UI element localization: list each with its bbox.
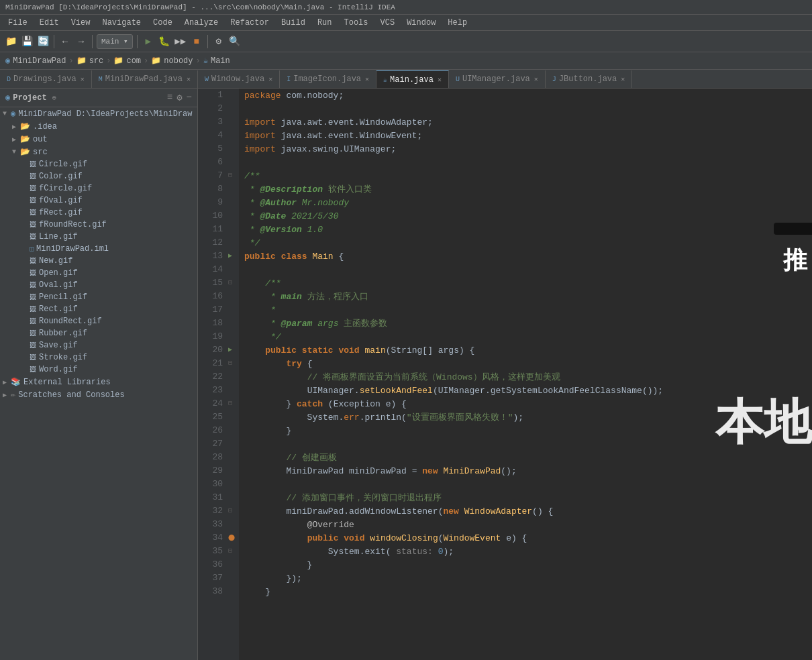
tab-imageicon-label: ImageIcon.java <box>293 74 361 84</box>
sidebar-item-stroke-gif[interactable]: ▶ 🖼 Stroke.gif <box>0 351 197 364</box>
code-line-1: package com.nobody; <box>244 89 807 102</box>
code-line-35: System.exit( status: 0); <box>244 545 807 558</box>
code-area[interactable]: 1 2 3 4 5 6 7 8 9 10 11 12 13 14 15 16 1… <box>198 89 812 660</box>
breadcrumb-project-icon: ◉ <box>5 56 10 66</box>
toolbar-debug-icon[interactable]: 🐛 <box>158 35 171 48</box>
sidebar-item-rect-gif[interactable]: ▶ 🖼 Rect.gif <box>0 303 197 315</box>
menu-build[interactable]: Build <box>276 17 311 29</box>
toolbar-save-icon[interactable]: 💾 <box>20 35 34 48</box>
tab-minidrawpad[interactable]: M MiniDrawPad.java ✕ <box>92 70 198 88</box>
toolbar-forward-icon[interactable]: → <box>74 35 88 48</box>
menu-refactor[interactable]: Refactor <box>225 17 274 29</box>
tab-uimanager[interactable]: U UIManager.java ✕ <box>449 70 546 88</box>
breadcrumb-main[interactable]: Main <box>211 56 230 66</box>
sidebar-icon-settings[interactable]: ⚙ <box>176 92 182 103</box>
code-line-13: public class Main { <box>244 250 807 263</box>
sidebar-icon-hide[interactable]: − <box>187 92 192 103</box>
folder-icon-out: 📂 <box>20 134 30 144</box>
tab-jbutton[interactable]: J JButton.java ✕ <box>546 70 632 88</box>
toolbar-back-icon[interactable]: ← <box>58 35 72 48</box>
tab-jbutton-close[interactable]: ✕ <box>621 75 625 83</box>
code-line-38: } <box>244 585 807 598</box>
file-icon-open: 🖼 <box>30 269 36 277</box>
sidebar-item-roundrect-gif[interactable]: ▶ 🖼 RoundRect.gif <box>0 315 197 327</box>
breadcrumb-src[interactable]: src <box>89 56 104 66</box>
menu-file[interactable]: File <box>3 17 33 29</box>
toolbar-refresh-icon[interactable]: 🔄 <box>36 35 50 48</box>
sidebar-item-rubber-gif[interactable]: ▶ 🖼 Rubber.gif <box>0 327 197 339</box>
toolbar-run-icon[interactable]: ▶ <box>142 35 155 48</box>
breadcrumb-com[interactable]: com <box>126 56 141 66</box>
menu-vcs[interactable]: VCS <box>375 17 401 29</box>
toolbar-run2-icon[interactable]: ▶▶ <box>174 35 187 48</box>
sidebar-item-src[interactable]: ▼ 📂 src <box>0 146 197 158</box>
tab-main[interactable]: ☕ Main.java ✕ <box>376 70 449 88</box>
sidebar-item-save-gif[interactable]: ▶ 🖼 Save.gif <box>0 339 197 351</box>
toolbar-stop-icon[interactable]: ■ <box>190 35 203 48</box>
titlebar: MiniDrawPad [D:\IdeaProjects\MiniDrawPad… <box>0 0 812 15</box>
toolbar-open-icon[interactable]: 📁 <box>4 35 17 48</box>
menu-run[interactable]: Run <box>312 17 338 29</box>
sidebar-item-scratches[interactable]: ▶ ✏ Scratches and Consoles <box>0 388 197 401</box>
menu-window[interactable]: Window <box>401 17 441 29</box>
toolbar-sep4 <box>207 35 208 48</box>
sidebar-label-oval: Oval.gif <box>39 280 78 290</box>
menu-edit[interactable]: Edit <box>34 17 64 29</box>
sidebar-label-root: MiniDrawPad D:\IdeaProjects\MiniDraw <box>18 109 192 119</box>
tree-arrow-out: ▶ <box>12 135 19 144</box>
menu-analyze[interactable]: Analyze <box>179 17 223 29</box>
sidebar-item-minidrawpad-root[interactable]: ▼ ◉ MiniDrawPad D:\IdeaProjects\MiniDraw <box>0 107 197 120</box>
code-line-21: try { <box>244 357 807 370</box>
tab-main-close[interactable]: ✕ <box>438 76 442 84</box>
sidebar-label-rect: Rect.gif <box>39 305 78 314</box>
tab-imageicon[interactable]: I ImageIcon.java ✕ <box>280 70 376 88</box>
sidebar-item-out[interactable]: ▶ 📂 out <box>0 133 197 146</box>
menu-help[interactable]: Help <box>442 17 472 29</box>
sidebar-item-circle-gif[interactable]: ▶ 🖼 Circle.gif <box>0 158 197 170</box>
code-line-16: * main 方法，程序入口 <box>244 290 807 303</box>
tab-uimanager-close[interactable]: ✕ <box>534 75 538 83</box>
file-icon-new: 🖼 <box>30 257 36 265</box>
code-content[interactable]: package com.nobody; import java.awt.even… <box>239 89 812 660</box>
menu-view[interactable]: View <box>66 17 96 29</box>
sidebar-label-open: Open.gif <box>39 268 78 278</box>
sidebar-header: ◉ Project ⊕ ≡ ⚙ − <box>0 89 197 107</box>
sidebar-item-foval-gif[interactable]: ▶ 🖼 fOval.gif <box>0 195 197 207</box>
code-line-19: */ <box>244 330 807 343</box>
tab-imageicon-close[interactable]: ✕ <box>365 75 369 83</box>
sidebar-item-oval-gif[interactable]: ▶ 🖼 Oval.gif <box>0 279 197 291</box>
sidebar-item-new-gif[interactable]: ▶ 🖼 New.gif <box>0 255 197 267</box>
tab-window[interactable]: W Window.java ✕ <box>198 70 280 88</box>
file-icon-save: 🖼 <box>30 341 36 349</box>
sidebar-item-word-gif[interactable]: ▶ 🖼 Word.gif <box>0 364 197 376</box>
tab-window-close[interactable]: ✕ <box>268 75 272 83</box>
breadcrumb-nobody[interactable]: nobody <box>164 56 193 66</box>
tab-minidrawpad-close[interactable]: ✕ <box>187 75 191 83</box>
scratch-icon: ✏ <box>11 390 15 400</box>
menu-tools[interactable]: Tools <box>339 17 374 29</box>
sidebar-item-idea[interactable]: ▶ 📂 .idea <box>0 120 197 133</box>
tab-drawings-close[interactable]: ✕ <box>81 75 85 83</box>
toolbar-settings-icon[interactable]: ⚙ <box>212 35 225 48</box>
sidebar-item-pencil-gif[interactable]: ▶ 🖼 Pencil.gif <box>0 291 197 303</box>
sidebar-item-line-gif[interactable]: ▶ 🖼 Line.gif <box>0 231 197 243</box>
toolbar-search-icon[interactable]: 🔍 <box>228 35 242 48</box>
menu-navigate[interactable]: Navigate <box>97 17 146 29</box>
tab-drawings[interactable]: D Drawings.java ✕ <box>0 70 92 88</box>
toolbar-main-dropdown[interactable]: Main ▾ <box>97 34 133 49</box>
sidebar-item-open-gif[interactable]: ▶ 🖼 Open.gif <box>0 267 197 279</box>
menu-code[interactable]: Code <box>148 17 178 29</box>
sidebar-item-froundrect-gif[interactable]: ▶ 🖼 fRoundRect.gif <box>0 219 197 231</box>
file-icon-stroke: 🖼 <box>30 353 36 362</box>
sidebar-item-external-libraries[interactable]: ▶ 📚 External Libraries <box>0 376 197 388</box>
breadcrumb-file-icon: ☕ <box>203 56 208 66</box>
code-line-32: miniDrawPad.addWindowListener(new Window… <box>244 504 807 518</box>
sidebar-item-color-gif[interactable]: ▶ 🖼 Color.gif <box>0 170 197 182</box>
file-icon-rect: 🖼 <box>30 305 36 313</box>
breadcrumb-project[interactable]: MiniDrawPad <box>13 56 66 66</box>
sidebar-item-frect-gif[interactable]: ▶ 🖼 fRect.gif <box>0 207 197 219</box>
sidebar-item-fcircle-gif[interactable]: ▶ 🖼 fCircle.gif <box>0 182 197 195</box>
sidebar-icon-expand[interactable]: ≡ <box>167 92 172 103</box>
sidebar-item-iml[interactable]: ▶ ◫ MiniDrawPad.iml <box>0 243 197 255</box>
sidebar-label-pencil: Pencil.gif <box>39 292 87 302</box>
